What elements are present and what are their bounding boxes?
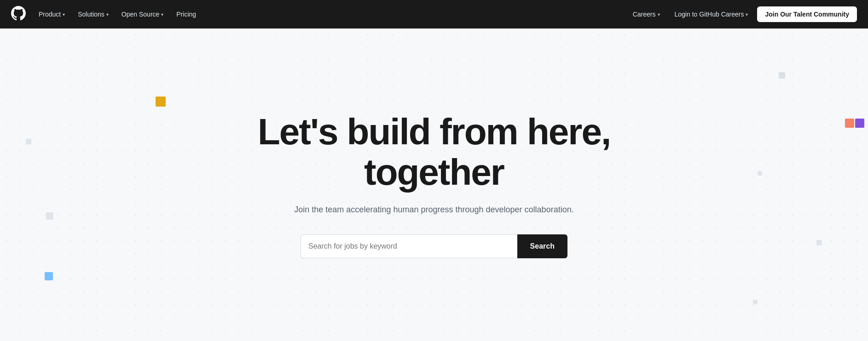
chevron-down-icon: ▾ [161, 12, 163, 17]
job-search-input[interactable] [301, 234, 517, 258]
decorative-square [156, 97, 166, 107]
nav-login-careers[interactable]: Login to GitHub Careers ▾ [669, 7, 754, 22]
hero-content: Let's build from here, together Join the… [247, 112, 621, 258]
decorative-square [26, 139, 31, 144]
join-talent-community-button[interactable]: Join Our Talent Community [757, 6, 857, 22]
decorative-square [45, 272, 53, 280]
decorative-square [779, 72, 785, 79]
nav-product[interactable]: Product ▾ [33, 7, 70, 22]
job-search-bar: Search [301, 234, 567, 258]
decorative-square [753, 300, 758, 304]
nav-pricing[interactable]: Pricing [171, 7, 202, 22]
decorative-square [758, 171, 762, 176]
hero-title: Let's build from here, together [258, 112, 610, 193]
nav-solutions[interactable]: Solutions ▾ [72, 7, 114, 22]
nav-right: Careers ▾ Login to GitHub Careers ▾ Join… [627, 6, 857, 22]
chevron-down-icon: ▾ [746, 12, 748, 17]
chevron-down-icon: ▾ [63, 12, 65, 17]
navigation: Product ▾ Solutions ▾ Open Source ▾ Pric… [0, 0, 868, 28]
job-search-button[interactable]: Search [517, 234, 567, 258]
hero-subtitle: Join the team accelerating human progres… [258, 204, 610, 216]
github-logo[interactable] [11, 6, 33, 23]
decorative-square [845, 119, 854, 128]
nav-left: Product ▾ Solutions ▾ Open Source ▾ Pric… [33, 7, 627, 22]
decorative-square [816, 240, 822, 245]
decorative-square [855, 119, 864, 128]
chevron-down-icon: ▾ [106, 12, 109, 17]
nav-open-source[interactable]: Open Source ▾ [116, 7, 169, 22]
nav-careers[interactable]: Careers ▾ [627, 7, 665, 22]
chevron-down-icon: ▾ [658, 12, 660, 17]
decorative-square [46, 212, 53, 220]
hero-section: Let's build from here, together Join the… [0, 28, 868, 341]
